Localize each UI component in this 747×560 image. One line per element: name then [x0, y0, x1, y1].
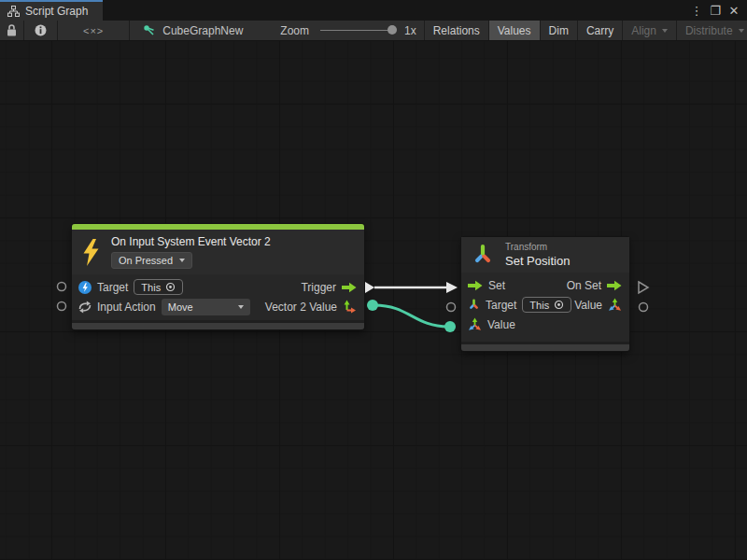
graph-name-label: CubeGraphNew: [162, 24, 243, 37]
code-icon: <×>: [83, 25, 104, 36]
maximize-icon[interactable]: ❐: [708, 4, 723, 18]
caret-down-icon: [739, 29, 744, 33]
lightning-bolt-icon: [81, 239, 101, 266]
script-graph-asset-icon: [143, 24, 156, 37]
close-icon[interactable]: ✕: [726, 4, 741, 18]
zoom-control: Zoom 1x: [280, 21, 423, 40]
caret-down-icon: [238, 305, 244, 309]
tab-script-graph[interactable]: Script Graph: [0, 0, 103, 21]
flow-arrow-icon: [468, 280, 483, 291]
info-icon: [35, 24, 47, 36]
port-row-value: Value: [461, 315, 629, 334]
port-row-set: Set On Set: [461, 275, 629, 295]
event-node-body: Target This Trigger: [72, 274, 364, 320]
target-port-label: Target: [97, 281, 128, 294]
code-preview-button[interactable]: <×>: [58, 21, 129, 40]
caret-down-icon: [662, 29, 668, 33]
on-set-port-label: On Set: [567, 279, 601, 292]
toolbar-button-distribute[interactable]: Distribute: [677, 21, 747, 40]
toolbar-button-relations[interactable]: Relations: [425, 21, 488, 40]
node-transform-set-position[interactable]: Transform Set Position Set On Set: [461, 237, 629, 351]
vector2-output-label: Vector 2 Value: [265, 301, 337, 314]
value-output-label: Value: [574, 299, 602, 312]
trigger-port-label: Trigger: [301, 281, 336, 294]
object-picker-icon: [554, 300, 564, 310]
node-category-label: Transform: [505, 242, 570, 252]
object-picker-icon: [165, 282, 176, 292]
set-position-body: Set On Set: [461, 273, 629, 342]
target-port-label: Target: [486, 299, 516, 312]
graph-breadcrumb[interactable]: CubeGraphNew: [130, 21, 254, 40]
event-type-dropdown[interactable]: On Pressed: [111, 252, 192, 269]
graph-toolbar: <×> CubeGraphNew Zoom 1x Relations Value…: [0, 21, 747, 41]
event-target-icon: [78, 281, 92, 294]
set-position-footer: [461, 342, 629, 351]
menu-icon[interactable]: ⋮: [689, 4, 704, 18]
target-this-chip[interactable]: This: [134, 279, 183, 295]
tab-title: Script Graph: [25, 5, 88, 18]
caret-down-icon: [179, 259, 185, 262]
set-port-label: Set: [488, 279, 505, 292]
input-action-dropdown[interactable]: Move: [162, 299, 250, 315]
toolbar-button-carry[interactable]: Carry: [578, 21, 622, 40]
vector3-type-icon: [608, 298, 622, 312]
node-on-input-system-event-vector2[interactable]: On Input System Event Vector 2 On Presse…: [72, 224, 364, 329]
vector2-type-icon: [343, 300, 357, 314]
script-graph-window: Script Graph ⋮ ❐ ✕: [0, 0, 747, 560]
flow-arrow-icon: [607, 280, 622, 291]
zoom-slider[interactable]: [320, 30, 395, 31]
port-row-input-action: Input Action Move Vector 2 Value: [72, 297, 364, 316]
title-bar: Script Graph ⋮ ❐ ✕: [0, 0, 747, 21]
info-button[interactable]: [24, 21, 57, 40]
flow-arrow-icon: [342, 282, 357, 293]
input-action-port-label: Input Action: [97, 301, 156, 314]
lock-icon: [7, 24, 17, 36]
toolbar-button-align[interactable]: Align: [623, 21, 676, 40]
event-node-title: On Input System Event Vector 2: [111, 235, 271, 248]
event-node-header: On Input System Event Vector 2 On Presse…: [72, 230, 364, 274]
zoom-value: 1x: [404, 24, 416, 37]
lock-button[interactable]: [0, 21, 23, 40]
zoom-slider-knob[interactable]: [388, 25, 397, 35]
value-input-label: Value: [487, 318, 515, 331]
event-node-footer: [72, 320, 364, 329]
transform-icon: [471, 243, 495, 267]
port-row-target: Target This Trigger: [72, 277, 364, 297]
vector3-type-icon: [468, 317, 482, 331]
transform-mini-icon: [468, 299, 480, 311]
input-action-icon: [78, 301, 92, 314]
set-position-header: Transform Set Position: [461, 237, 629, 273]
toolbar-button-values[interactable]: Values: [489, 21, 540, 40]
hierarchy-graph-icon: [7, 6, 20, 17]
toolbar-button-dim[interactable]: Dim: [541, 21, 577, 40]
port-row-target: Target This Value: [461, 295, 629, 315]
target-this-chip[interactable]: This: [522, 297, 571, 313]
zoom-label: Zoom: [280, 24, 309, 37]
set-position-title: Set Position: [505, 254, 570, 268]
window-controls: ⋮ ❐ ✕: [689, 0, 747, 21]
